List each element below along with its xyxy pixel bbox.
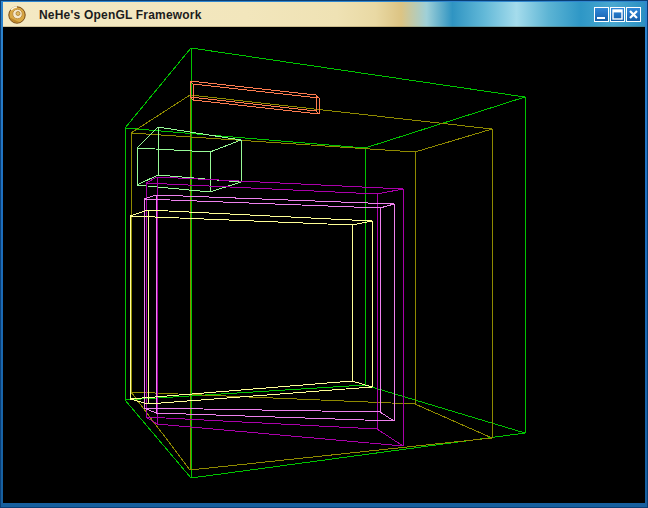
wireframe-box-frame-yellow [130, 210, 372, 404]
wireframe-box-frame-purple [146, 177, 403, 446]
title-bar[interactable]: NeHe's OpenGL Framework [3, 2, 645, 27]
nehe-shell-icon [7, 4, 28, 25]
window-controls [594, 7, 641, 22]
close-button[interactable] [626, 7, 641, 22]
maximize-button[interactable] [610, 7, 625, 22]
opengl-viewport[interactable] [3, 27, 645, 503]
minimize-button[interactable] [594, 7, 609, 22]
app-icon[interactable] [7, 4, 28, 25]
close-icon [627, 8, 640, 21]
wireframe-box-frame-violet [144, 195, 394, 421]
maximize-icon [611, 8, 624, 21]
wireframe-scene [3, 27, 645, 503]
window: NeHe's OpenGL Framework [0, 0, 648, 508]
window-title: NeHe's OpenGL Framework [39, 8, 202, 22]
minimize-icon [595, 8, 608, 21]
